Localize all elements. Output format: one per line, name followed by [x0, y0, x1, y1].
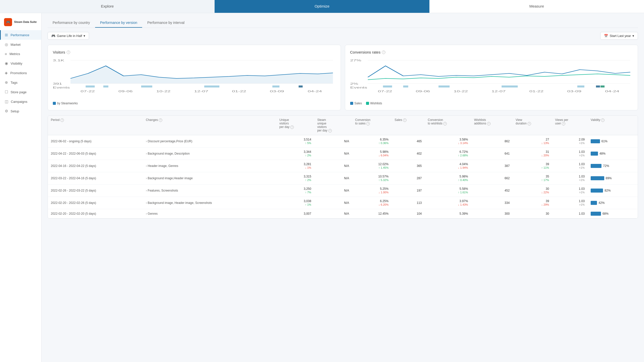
svg-rect-29 [596, 85, 600, 87]
uv-info[interactable]: ? [290, 125, 294, 129]
visibility-icon: ◉ [5, 61, 8, 66]
validity-pct: 48% [599, 152, 606, 155]
sidebar: 🎮 Steam Data Suite ⊞ Performance ◎ Marke… [0, 13, 42, 362]
vd-info[interactable]: ? [528, 122, 531, 125]
tab-by-country[interactable]: Performance by country [48, 18, 95, 28]
cw-info[interactable]: ? [443, 122, 447, 125]
table-row: 2022-04-22 - 2022-06-03 (5 days) › Backg… [48, 148, 638, 160]
th-validity: Validity ? [588, 116, 638, 135]
legend-steamworks: by Steamworks [53, 102, 78, 105]
sidebar-item-metrics[interactable]: ≡ Metrics [0, 49, 41, 59]
svg-text:2%: 2% [350, 82, 358, 85]
cell-unique-visitors: 3,007 [276, 209, 314, 218]
cell-unique-visitors: 3,038↑ 1% [276, 197, 314, 209]
cell-steam-unique: N/A [314, 197, 352, 209]
visitors-legend: by Steamworks [53, 102, 336, 105]
cell-views-user: 1.03 [552, 209, 588, 218]
svg-text:Events: Events [53, 86, 70, 89]
vu-info[interactable]: ? [562, 122, 565, 125]
cell-steam-unique: N/A [314, 160, 352, 172]
cell-changes: › Genres [143, 209, 276, 218]
sidebar-item-promotions[interactable]: ◈ Promotions [0, 68, 41, 78]
sidebar-item-campaigns[interactable]: ◫ Campaigns [0, 97, 41, 106]
svg-text:03-09: 03-09 [567, 90, 581, 93]
val-info[interactable]: ? [601, 118, 605, 122]
cell-validity: 48% [588, 148, 638, 160]
cs-info[interactable]: ? [366, 122, 370, 125]
cell-views-user: 1.03>1% [552, 185, 588, 197]
cell-sales: 402 [391, 148, 425, 160]
filter-icon: 🎮 [51, 34, 55, 38]
svg-text:3.1K: 3.1K [53, 59, 64, 62]
svg-text:12-07: 12-07 [194, 90, 208, 93]
cell-views-user: 1.03>1% [552, 172, 588, 185]
cell-sales: 365 [391, 160, 425, 172]
svg-text:01-22: 01-22 [529, 90, 543, 93]
cell-unique-visitors: 3,514↑ 5% [276, 135, 314, 148]
sidebar-item-store-page[interactable]: ☐ Store page [0, 87, 41, 97]
cell-period: 2022-03-22 - 2022-04-16 (5 days) [48, 172, 143, 185]
svg-rect-28 [577, 85, 584, 87]
conversions-info-icon[interactable]: ? [382, 51, 385, 54]
logo-text: Steam Data Suite [14, 20, 37, 24]
legend-dot-steamworks [53, 102, 56, 105]
wa-info[interactable]: ? [487, 122, 491, 125]
table-body: 2022-06-02 - ongoing (5 days) › Discount… [48, 135, 638, 218]
cell-period: 2022-04-22 - 2022-06-03 (5 days) [48, 148, 143, 160]
svg-text:07-22: 07-22 [80, 90, 95, 93]
cell-unique-visitors: 3,315↑ 2% [276, 172, 314, 185]
period-info[interactable]: ? [60, 118, 64, 122]
sidebar-item-market[interactable]: ◎ Market [0, 40, 41, 49]
cell-view-dur: 30 [513, 209, 552, 218]
visitors-info-icon[interactable]: ? [67, 51, 70, 54]
cell-changes: › Discount percentage,Price (EUR) [143, 135, 276, 148]
svg-marker-5 [70, 66, 333, 83]
cell-wish-add: 334 [471, 197, 512, 209]
tab-by-version[interactable]: Performance by version [95, 18, 142, 28]
svg-rect-25 [403, 85, 408, 87]
cell-wish-add: 452 [471, 185, 512, 197]
legend-label-steamworks: by Steamworks [57, 102, 78, 105]
visitors-chart-area: 3.1K 391 Events [53, 58, 336, 99]
visitors-svg: 3.1K 391 Events [53, 58, 336, 94]
cell-wish-add: 862 [471, 135, 512, 148]
cell-conv-sales: 10.57%↑ 5.32% [352, 172, 392, 185]
th-changes: Changes ? [143, 116, 276, 135]
validity-bar [591, 152, 598, 156]
svg-text:391: 391 [53, 82, 62, 85]
sidebar-item-setup[interactable]: ⚙ Setup [0, 106, 41, 116]
sidebar-label-market: Market [11, 43, 21, 47]
cell-steam-unique: N/A [314, 148, 352, 160]
svg-rect-6 [86, 85, 95, 87]
tags-icon: ⊕ [5, 80, 8, 85]
validity-bar [591, 164, 601, 168]
validity-bar [591, 189, 603, 193]
tab-optimize[interactable]: Optimize [215, 0, 429, 13]
cell-period: 2022-06-02 - ongoing (5 days) [48, 135, 143, 148]
cell-view-dur: 39↑ 11% [513, 160, 552, 172]
cell-conv-wish: 6.72%↑ 2.68% [425, 148, 471, 160]
sales-info[interactable]: ? [403, 118, 407, 122]
cell-conv-wish: 4.04%↓ 1.94% [425, 160, 471, 172]
game-filter-button[interactable]: 🎮 Game Life in Half ▾ [48, 32, 89, 40]
tab-explore[interactable]: Explore [0, 0, 215, 13]
sidebar-item-tags[interactable]: ⊕ Tags [0, 78, 41, 87]
cell-sales: 113 [391, 197, 425, 209]
visitors-chart-card: Visitors ? 3.1K 391 Events [48, 45, 341, 110]
changes-info[interactable]: ? [159, 118, 162, 122]
th-period: Period ? [48, 116, 143, 135]
cell-changes: › Background image,Header image [143, 172, 276, 185]
svg-rect-26 [438, 85, 450, 87]
sidebar-item-visibility[interactable]: ◉ Visibility [0, 59, 41, 68]
sidebar-item-performance[interactable]: ⊞ Performance [0, 30, 41, 40]
cell-validity: 42% [588, 197, 638, 209]
cell-changes: › Features, Screenshots [143, 185, 276, 197]
date-filter-button[interactable]: 📅 Start Last year ▾ [600, 32, 638, 40]
tab-by-interval[interactable]: Performance by interval [142, 18, 189, 28]
visitors-chart-title: Visitors ? [53, 50, 336, 54]
th-views-user: Views peruser ? [552, 116, 588, 135]
sidebar-label-setup: Setup [11, 109, 19, 113]
setup-icon: ⚙ [5, 109, 8, 113]
suv-info[interactable]: ? [328, 129, 332, 132]
tab-measure[interactable]: Measure [429, 0, 644, 13]
